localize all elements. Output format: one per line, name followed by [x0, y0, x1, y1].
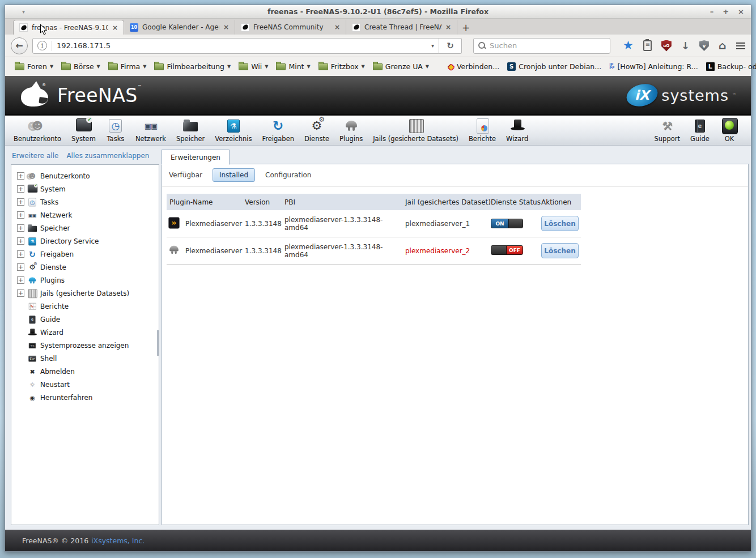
toolbar-item[interactable]: Plugins [334, 117, 368, 143]
back-button[interactable] [11, 37, 28, 54]
toolbar-item[interactable]: Guide [685, 117, 715, 143]
expand-plus-icon[interactable]: + [17, 263, 24, 271]
ixsystems-link[interactable]: iXsystems, Inc. [91, 536, 145, 545]
sidebar-item[interactable]: + Wizard [14, 326, 156, 339]
bookmark-folder[interactable]: Foren ▼ [11, 60, 57, 74]
minimize-button[interactable]: – [710, 8, 714, 15]
maximize-button[interactable]: + [723, 8, 729, 15]
bookmark-star-icon[interactable]: ★ [623, 40, 634, 52]
toolbar-item[interactable]: Netzwerk [130, 117, 171, 143]
tab-bar: freenas - FreeNAS-9.10.2... × Google Kal… [5, 19, 751, 35]
toolbar-item[interactable]: Freigaben [257, 117, 299, 143]
sidebar-item[interactable]: + Netzwerk [14, 208, 156, 222]
delete-button[interactable]: Löschen [541, 216, 579, 231]
bookmark-link[interactable]: Cronjob unter Debian... [503, 60, 605, 74]
toolbar-item[interactable]: Benutzerkonto [9, 117, 66, 143]
toolbar-item[interactable]: OK [715, 117, 744, 143]
shield-check-icon[interactable] [699, 40, 709, 51]
reading-list-icon[interactable] [643, 40, 652, 51]
expand-all-link[interactable]: Erweitere alle [12, 152, 58, 160]
home-icon[interactable]: ⌂ [719, 40, 727, 51]
ublock-shield-icon[interactable] [661, 40, 672, 52]
expand-plus-icon[interactable]: + [17, 224, 24, 232]
sidebar-item[interactable]: + Herunterfahren [14, 391, 156, 404]
service-status-toggle[interactable]: ON [491, 219, 523, 228]
window-titlebar[interactable]: ▾ freenas - FreeNAS-9.10.2-U1 (86c7ef5) … [5, 5, 751, 19]
subtab[interactable]: Installed [213, 168, 255, 182]
collapse-all-link[interactable]: Alles zusammenklappen [66, 152, 149, 160]
expand-plus-icon[interactable]: + [17, 172, 24, 180]
hamburger-menu-icon[interactable] [736, 42, 745, 44]
tab-close-icon[interactable]: × [334, 23, 340, 31]
expand-plus-icon[interactable]: + [17, 276, 24, 284]
tasks-icon [26, 197, 38, 207]
toolbar-item[interactable]: Support [649, 117, 685, 143]
expand-plus-icon[interactable]: + [17, 289, 24, 297]
close-button[interactable]: × [738, 8, 744, 15]
url-bar[interactable]: ▾ [32, 38, 439, 54]
sidebar-item[interactable]: + Guide [14, 313, 156, 326]
url-input[interactable] [57, 41, 427, 50]
freenas-brand: FreeNAS™ [57, 84, 142, 107]
search-input[interactable] [490, 41, 606, 50]
toolbar-item[interactable]: Tasks [101, 117, 130, 143]
browser-tab[interactable]: Create Thread | FreeNA... × [346, 20, 457, 35]
subtab[interactable]: Verfügbar [168, 169, 203, 181]
subtab[interactable]: Configuration [264, 169, 312, 181]
bookmark-folder[interactable]: Firma ▼ [104, 60, 151, 74]
sidebar-item[interactable]: + Berichte [14, 300, 156, 313]
sidebar-item[interactable]: + Jails (gesicherte Datasets) [14, 287, 156, 300]
site-info-icon[interactable] [37, 41, 47, 50]
expand-plus-icon[interactable]: + [17, 185, 24, 193]
toolbar-item[interactable]: Dienste [299, 117, 334, 143]
toolbar-item[interactable]: Wizard [501, 117, 533, 143]
chevron-down-icon: ▼ [362, 64, 365, 69]
browser-tab[interactable]: FreeNAS Community × [235, 20, 346, 35]
bookmark-folder[interactable]: Fritzbox ▼ [315, 60, 369, 74]
download-icon[interactable]: ↓ [681, 41, 690, 51]
browser-tab[interactable]: freenas - FreeNAS-9.10.2... × [13, 20, 124, 35]
toolbar-item[interactable]: Speicher [171, 117, 210, 143]
sidebar-item[interactable]: + Abmelden [14, 365, 156, 378]
sidebar-item[interactable]: + Shell [14, 352, 156, 365]
expand-plus-icon[interactable]: + [17, 237, 24, 245]
bookmark-folder[interactable]: Börse ▼ [57, 60, 104, 74]
sidebar-item[interactable]: + Systemprozesse anzeigen [14, 339, 156, 352]
sidebar-item[interactable]: + Plugins [14, 274, 156, 287]
sidebar-item[interactable]: + Directory Service [14, 235, 156, 248]
expand-plus-icon[interactable]: + [17, 250, 24, 258]
bookmark-link[interactable]: Verbinden... [444, 60, 503, 74]
sidebar-item[interactable]: + Dienste [14, 261, 156, 274]
new-tab-button[interactable]: + [457, 21, 474, 35]
bookmark-link[interactable]: [HowTo] Anleitung: R... [605, 60, 702, 74]
browser-tab[interactable]: Google Kalender - Agend... × [124, 20, 235, 35]
service-status-toggle[interactable]: OFF [491, 245, 523, 255]
search-box[interactable] [473, 38, 610, 54]
sidebar-item[interactable]: + Neustart [14, 378, 156, 391]
delete-button[interactable]: Löschen [541, 243, 579, 258]
expand-plus-icon[interactable]: + [17, 211, 24, 219]
bookmark-link[interactable]: Backup- oder FTP-Ers... [702, 60, 756, 74]
bookmark-folder[interactable]: Filmbearbeitung ▼ [150, 60, 235, 74]
url-dropdown-icon[interactable]: ▾ [431, 42, 434, 49]
toolbar-item[interactable]: Verzeichnis [210, 117, 257, 143]
expand-plus-icon[interactable]: + [17, 198, 24, 206]
bookmark-folder[interactable]: Wii ▼ [235, 60, 272, 74]
sidebar-item[interactable]: + Benutzerkonto [14, 169, 156, 182]
sidebar-item[interactable]: + System [14, 182, 156, 195]
toolbar-item[interactable]: Jails (gesicherte Datasets) [368, 117, 464, 143]
tab-close-icon[interactable]: × [223, 23, 229, 31]
toolbar-item[interactable]: Berichte [464, 117, 501, 143]
tab-close-icon[interactable]: × [112, 24, 118, 32]
tab-close-icon[interactable]: × [445, 23, 451, 31]
bookmark-folder[interactable]: Mint ▼ [272, 60, 314, 74]
sidebar-item[interactable]: + Freigaben [14, 248, 156, 261]
sidebar-scrollbar[interactable] [157, 330, 159, 356]
reload-button[interactable] [439, 38, 462, 54]
sidebar-item[interactable]: + Tasks [14, 195, 156, 208]
toolbar-item[interactable]: System [66, 117, 101, 143]
sidebar-item[interactable]: + Speicher [14, 222, 156, 235]
bookmark-folder[interactable]: Grenze UA ▼ [369, 60, 433, 74]
logout-icon [26, 366, 38, 377]
tab-erweiterungen[interactable]: Erweiterungen [162, 150, 230, 165]
